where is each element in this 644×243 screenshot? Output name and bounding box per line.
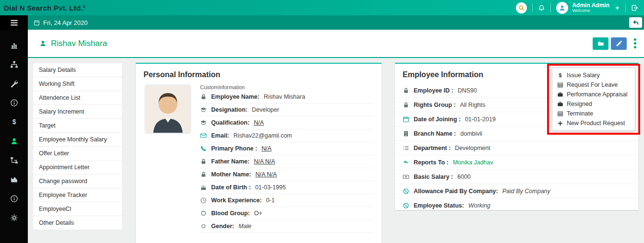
field-label: Reports To : bbox=[414, 159, 449, 166]
ring-icon bbox=[200, 210, 207, 217]
divider bbox=[550, 3, 551, 12]
field-value: Development bbox=[455, 145, 490, 151]
field-row: Gender:Male bbox=[199, 220, 374, 233]
field-value[interactable]: N/A N/A bbox=[254, 158, 275, 165]
current-date: Fri, 24 Apr 2020 bbox=[34, 19, 88, 26]
field-value[interactable]: N/A N/A bbox=[255, 171, 276, 178]
back-button[interactable] bbox=[629, 17, 642, 28]
content-body: Salary DetailsWorking ShiftAttendence Li… bbox=[28, 58, 644, 243]
field-row: Blood Group:O+ bbox=[199, 207, 374, 220]
user-name: Admin Admin bbox=[572, 2, 609, 9]
sidebar-item-user[interactable] bbox=[0, 131, 28, 150]
calendar-icon bbox=[403, 116, 409, 123]
logout-icon[interactable] bbox=[631, 4, 638, 12]
edit-button[interactable] bbox=[611, 37, 627, 50]
user-icon bbox=[10, 137, 18, 145]
sidebar-item-area-chart[interactable] bbox=[0, 170, 28, 189]
submenu-item[interactable]: Working Shift bbox=[33, 77, 122, 91]
menu-item-label: Performance Appraisal bbox=[567, 91, 627, 98]
search-button[interactable] bbox=[516, 2, 527, 13]
pencil-icon bbox=[616, 40, 622, 47]
user-icon bbox=[39, 40, 47, 47]
folder-icon bbox=[597, 40, 604, 47]
field-label: Employee ID : bbox=[414, 87, 453, 94]
submenu-item[interactable]: Appointment Letter bbox=[33, 160, 122, 174]
field-value[interactable]: Monika Jadhav bbox=[453, 159, 493, 166]
dollar-icon bbox=[10, 118, 18, 126]
user-icon bbox=[559, 4, 566, 12]
menu-item-performance-appraisal[interactable]: Performance Appraisal bbox=[552, 90, 635, 99]
submenu-item[interactable]: Other Details bbox=[33, 216, 122, 230]
clock-icon bbox=[200, 197, 207, 204]
field-label: Date of Birth : bbox=[211, 184, 251, 191]
field-label: Primary Phone : bbox=[211, 145, 257, 152]
menu-item-request-for-leave[interactable]: Request For Leave bbox=[552, 80, 635, 90]
submenu-item[interactable]: EmployeeCl bbox=[33, 202, 122, 216]
menu-item-label: New Product Request bbox=[567, 120, 625, 127]
menu-item-issue-salary[interactable]: Issue Salary bbox=[552, 70, 635, 80]
briefcase-icon bbox=[557, 101, 563, 107]
divider bbox=[625, 3, 626, 12]
datebar: Fri, 24 Apr 2020 bbox=[0, 15, 644, 30]
field-row: Mother Name:N/A N/A bbox=[199, 168, 374, 181]
topbar: Dial N Search Pvt. Ltd.s Admin Admin Wel… bbox=[0, 0, 644, 15]
brand-title: Dial N Search Pvt. Ltd.s bbox=[4, 4, 85, 12]
graduation-cap-icon bbox=[200, 106, 207, 113]
envelope-icon bbox=[200, 132, 207, 139]
custom-information-label: CustomInformation bbox=[200, 84, 374, 90]
building-icon bbox=[403, 130, 409, 137]
avatar[interactable] bbox=[556, 2, 568, 14]
menu-item-terminate[interactable]: Terminate bbox=[552, 109, 635, 118]
field-label: Date of Joining : bbox=[414, 116, 461, 123]
documents-button[interactable] bbox=[593, 37, 608, 50]
user-menu[interactable]: Admin Admin Welcome bbox=[572, 2, 609, 13]
sidebar-item-workflow[interactable] bbox=[0, 150, 28, 170]
field-value: 01-01-2019 bbox=[465, 116, 496, 123]
submenu-item[interactable]: Employee Tracker bbox=[33, 188, 122, 202]
field-value[interactable]: N/A bbox=[254, 119, 264, 126]
more-actions-button[interactable] bbox=[634, 38, 636, 48]
bell-icon[interactable] bbox=[538, 4, 545, 12]
search-icon bbox=[518, 5, 525, 11]
field-label: Father Name: bbox=[211, 158, 250, 165]
sidebar-item-info[interactable] bbox=[0, 93, 28, 112]
employee-submenu: Salary DetailsWorking ShiftAttendence Li… bbox=[33, 63, 122, 230]
submenu-item[interactable]: Target bbox=[33, 118, 122, 132]
field-row: Work Experience:0-1 bbox=[199, 194, 374, 207]
submenu-item[interactable]: Salary Details bbox=[33, 63, 122, 77]
submenu-item[interactable]: Attendence List bbox=[33, 91, 122, 104]
menu-item-label: Resigned bbox=[567, 101, 592, 107]
sidebar-item-bar-chart[interactable] bbox=[0, 35, 28, 55]
hamburger-menu-button[interactable] bbox=[0, 15, 28, 30]
field-value: DNS90 bbox=[458, 87, 477, 94]
field-value: dombivli bbox=[460, 130, 482, 137]
submenu-item[interactable]: Employee Monthly Salary bbox=[33, 132, 122, 146]
back-arrow-icon bbox=[632, 19, 639, 26]
main: Rishav Mishara Salary DetailsWorking Shi… bbox=[28, 30, 644, 243]
field-label: Basic Salary : bbox=[414, 174, 453, 180]
submenu-item[interactable]: Change password bbox=[33, 174, 122, 188]
sidebar-item-info[interactable] bbox=[0, 189, 28, 208]
lock-icon bbox=[200, 158, 207, 165]
field-row: Primary Phone :N/A bbox=[199, 142, 374, 155]
submenu-item[interactable]: Salary Increment bbox=[33, 104, 122, 118]
sidebar-item-dollar[interactable] bbox=[0, 112, 28, 131]
field-value: Male bbox=[239, 223, 251, 230]
workflow-icon bbox=[10, 156, 18, 164]
menu-item-new-product-request[interactable]: New Product Request bbox=[552, 118, 635, 128]
field-label: Qualification: bbox=[211, 119, 250, 126]
sidebar-item-wrench[interactable] bbox=[0, 74, 28, 93]
plus-icon[interactable] bbox=[615, 5, 620, 11]
ban-icon bbox=[403, 188, 409, 195]
submenu-item[interactable]: Offer Letter bbox=[33, 146, 122, 160]
field-value: O+ bbox=[254, 210, 262, 217]
sidebar-item-sitemap[interactable] bbox=[0, 55, 28, 74]
plus-icon bbox=[557, 120, 563, 127]
field-label: Employee Status: bbox=[414, 202, 464, 209]
field-label: Department : bbox=[414, 145, 451, 151]
field-row: Department :Development bbox=[395, 141, 638, 155]
menu-item-resigned[interactable]: Resigned bbox=[552, 99, 635, 109]
field-value: 01-03-1995 bbox=[255, 184, 286, 191]
sidebar-item-gears[interactable] bbox=[0, 208, 28, 227]
field-value[interactable]: N/A bbox=[262, 145, 272, 152]
